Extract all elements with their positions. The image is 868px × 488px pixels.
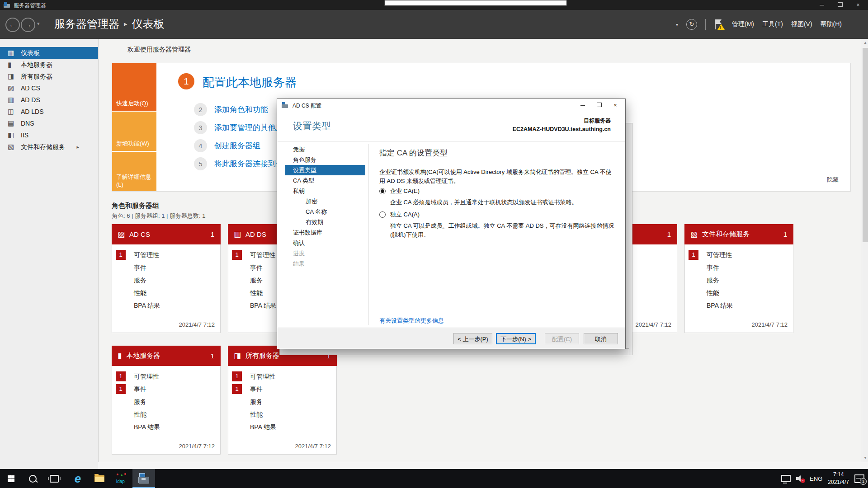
- sidebar-item-all-servers[interactable]: ◨ 所有服务器: [0, 70, 98, 82]
- nav-dropdown-caret-icon[interactable]: ▾: [37, 21, 40, 27]
- ad-cs-icon: ▨: [118, 230, 125, 239]
- tile-file-storage-header[interactable]: ▧ 文件和存储服务 1: [684, 224, 793, 244]
- vertical-scrollbar[interactable]: ▲ ▼: [862, 39, 868, 462]
- network-icon[interactable]: [781, 475, 791, 482]
- breadcrumb-root[interactable]: 服务器管理器: [54, 18, 119, 30]
- tile-row[interactable]: BPA 结果: [685, 299, 793, 312]
- tile-row[interactable]: 服务: [685, 274, 793, 286]
- sidebar: ▦ 仪表板 ▮ 本地服务器 ◨ 所有服务器 ▨ AD CS ▥ AD DS ◫ …: [0, 39, 99, 469]
- tab-learn-more[interactable]: 了解详细信息(L): [112, 152, 156, 191]
- tile-row[interactable]: 服务: [228, 395, 336, 408]
- window-maximize-button[interactable]: [831, 0, 849, 10]
- tile-row[interactable]: BPA 结果: [112, 299, 220, 312]
- sidebar-item-ad-cs[interactable]: ▨ AD CS: [0, 82, 98, 94]
- tile-row[interactable]: 事件: [112, 261, 220, 274]
- ad-cs-icon: ▨: [8, 82, 14, 94]
- tile-row[interactable]: 1事件: [228, 383, 336, 395]
- next-button[interactable]: 下一步(N) >: [496, 333, 536, 344]
- back-button[interactable]: ←: [5, 18, 20, 32]
- dialog-minimize-button[interactable]: [575, 99, 591, 112]
- tile-local-server-header[interactable]: ▮ 本地服务器 1: [112, 346, 221, 366]
- radio-standalone-ca[interactable]: [379, 211, 386, 218]
- toolbar-caret-icon[interactable]: ▾: [676, 22, 678, 27]
- window-close-button[interactable]: ×: [849, 0, 867, 10]
- step-1-configure-local-server[interactable]: 配置此本地服务器: [203, 75, 297, 90]
- dialog-titlebar[interactable]: AD CS 配置 ×: [277, 99, 625, 112]
- tile-row[interactable]: 性能: [685, 286, 793, 299]
- refresh-icon[interactable]: ↻: [686, 19, 697, 30]
- step-2-add-roles-features[interactable]: 添加角色和功能: [214, 103, 268, 116]
- sidebar-item-ad-lds[interactable]: ◫ AD LDS: [0, 106, 98, 117]
- tile-ad-cs-header[interactable]: ▨ AD CS 1: [112, 224, 221, 244]
- menu-view[interactable]: 视图(V): [791, 20, 812, 28]
- taskbar-explorer-button[interactable]: [89, 469, 110, 488]
- clock[interactable]: 7:14 2021/4/7: [828, 471, 849, 487]
- configure-button[interactable]: 配置(C): [545, 333, 579, 344]
- tile-row[interactable]: BPA 结果: [228, 421, 336, 433]
- scroll-up-icon[interactable]: ▲: [862, 41, 868, 45]
- menu-help[interactable]: 帮助(H): [821, 20, 842, 28]
- more-info-link[interactable]: 有关设置类型的更多信息: [379, 317, 444, 325]
- radio-enterprise-ca[interactable]: [379, 188, 386, 194]
- tile-row[interactable]: 性能: [112, 286, 220, 299]
- tab-whats-new[interactable]: 新增功能(W): [112, 112, 156, 151]
- tab-quick-start[interactable]: 快速启动(Q): [112, 63, 156, 111]
- taskbar-ldap-button[interactable]: ldap: [110, 469, 132, 488]
- language-indicator[interactable]: ENG: [810, 475, 822, 482]
- tile-refresh-timestamp: 2021/4/7 7:12: [751, 321, 788, 328]
- sidebar-item-dns[interactable]: ▤ DNS: [0, 117, 98, 129]
- sidebar-item-ad-ds[interactable]: ▥ AD DS: [0, 94, 98, 106]
- tile-row[interactable]: BPA 结果: [112, 421, 220, 433]
- scrollbar-thumb[interactable]: [863, 48, 868, 242]
- tile-row[interactable]: 1可管理性: [112, 370, 220, 383]
- tile-row[interactable]: 1可管理性: [112, 249, 220, 261]
- clock-time: 7:14: [833, 471, 844, 478]
- ad-cs-config-dialog: AD CS 配置 × 设置类型 目标服务器 EC2AMAZ-HUDVD3U.te…: [277, 99, 626, 349]
- taskbar-ie-button[interactable]: e: [67, 469, 89, 488]
- tile-row[interactable]: 1可管理性: [228, 370, 336, 383]
- iis-icon: ◧: [8, 129, 14, 141]
- sidebar-item-iis[interactable]: ◧ IIS: [0, 129, 98, 141]
- menu-manage[interactable]: 管理(M): [732, 20, 754, 28]
- action-center-icon[interactable]: 1: [854, 474, 864, 483]
- sidebar-item-file-storage[interactable]: ▧ 文件和存储服务 ▸: [0, 141, 98, 153]
- dialog-divider: [277, 141, 625, 142]
- background-wizard-edge: [626, 123, 632, 355]
- tile-row[interactable]: 性能: [228, 408, 336, 421]
- dialog-close-button[interactable]: ×: [607, 99, 623, 112]
- notification-flag-icon[interactable]: !: [714, 19, 724, 30]
- standalone-ca-description: 独立 CA 可以是成员、工作组或域。独立 CA 不需要 AD DS，可在没有网络…: [390, 221, 615, 239]
- tile-file-storage: ▧ 文件和存储服务 1 1可管理性 事件 服务 性能 BPA 结果 2021/4…: [684, 224, 793, 333]
- tile-row[interactable]: 服务: [112, 395, 220, 408]
- tile-row[interactable]: 性能: [112, 408, 220, 421]
- wizard-nav-confirmation: 确认: [277, 238, 368, 248]
- sidebar-item-local-server[interactable]: ▮ 本地服务器: [0, 59, 98, 70]
- tile-row[interactable]: 服务: [112, 274, 220, 286]
- tile-row[interactable]: 1可管理性: [685, 249, 793, 261]
- task-view-button[interactable]: [43, 469, 65, 488]
- horizontal-scrollbar[interactable]: [98, 462, 868, 469]
- start-button[interactable]: [0, 469, 22, 488]
- taskbar-search-button[interactable]: [22, 469, 43, 488]
- window-minimize-button[interactable]: [813, 0, 831, 10]
- dns-icon: ▤: [8, 117, 14, 129]
- dialog-maximize-button[interactable]: [591, 99, 607, 112]
- alert-badge: 1: [116, 371, 126, 381]
- speaker-muted-icon[interactable]: ×: [796, 475, 804, 482]
- radio-enterprise-ca-label[interactable]: 企业 CA(E): [390, 187, 420, 195]
- radio-standalone-ca-label[interactable]: 独立 CA(A): [390, 211, 420, 219]
- hide-link[interactable]: 隐藏: [827, 176, 839, 184]
- step-4-create-server-group[interactable]: 创建服务器组: [214, 139, 260, 152]
- taskbar-server-manager-button[interactable]: [132, 469, 155, 488]
- menu-tools[interactable]: 工具(T): [762, 20, 783, 28]
- tile-refresh-timestamp: 2021/4/7 7:12: [295, 443, 331, 450]
- previous-button[interactable]: < 上一步(P): [453, 333, 492, 344]
- sidebar-item-dashboard[interactable]: ▦ 仪表板: [0, 47, 98, 59]
- cancel-button[interactable]: 取消: [584, 333, 618, 344]
- tile-row[interactable]: 1事件: [112, 383, 220, 395]
- tile-row[interactable]: 事件: [685, 261, 793, 274]
- file-storage-icon: ▧: [8, 141, 14, 153]
- scroll-down-icon[interactable]: ▼: [862, 456, 868, 460]
- forward-button[interactable]: →: [21, 18, 35, 32]
- server-manager-icon: [4, 2, 10, 8]
